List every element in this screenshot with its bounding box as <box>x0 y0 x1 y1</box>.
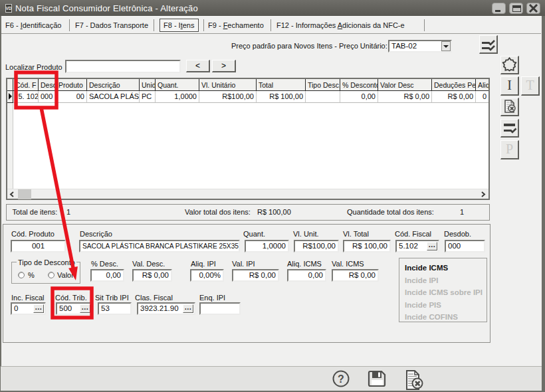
svg-text:?: ? <box>338 373 344 385</box>
svg-text:VD: VD <box>6 6 11 11</box>
